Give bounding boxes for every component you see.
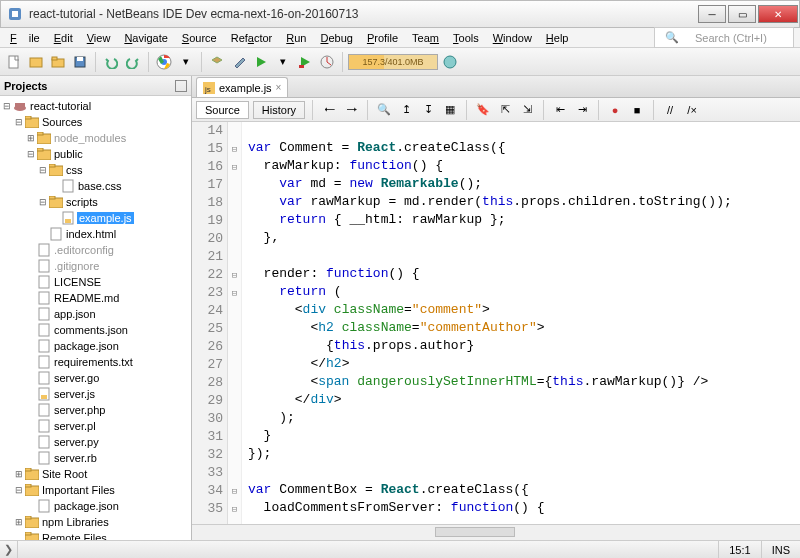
- build-icon[interactable]: [207, 52, 227, 72]
- file-tab-strip: js example.js ×: [192, 76, 800, 98]
- tree-item[interactable]: index.html: [2, 226, 189, 242]
- gc-icon[interactable]: [440, 52, 460, 72]
- tree-item[interactable]: ⊟Sources: [2, 114, 189, 130]
- tree-item[interactable]: Remote Files: [2, 530, 189, 540]
- tree-item[interactable]: ⊟scripts: [2, 194, 189, 210]
- macro-rec-icon[interactable]: ●: [606, 101, 624, 119]
- chevron-down-icon[interactable]: ▾: [273, 52, 293, 72]
- shift-right-icon[interactable]: ⇥: [573, 101, 591, 119]
- new-file-icon[interactable]: [4, 52, 24, 72]
- history-tab[interactable]: History: [253, 101, 305, 119]
- menu-source[interactable]: Source: [176, 30, 223, 46]
- tree-item[interactable]: ⊞Site Root: [2, 466, 189, 482]
- prev-bookmark-icon[interactable]: ⇱: [496, 101, 514, 119]
- menu-profile[interactable]: Profile: [361, 30, 404, 46]
- tree-item[interactable]: .editorconfig: [2, 242, 189, 258]
- tree-item[interactable]: base.css: [2, 178, 189, 194]
- browser-chrome-icon[interactable]: [154, 52, 174, 72]
- tree-label: app.json: [53, 308, 97, 320]
- shift-left-icon[interactable]: ⇤: [551, 101, 569, 119]
- run-icon[interactable]: [251, 52, 271, 72]
- tree-icon: [37, 131, 51, 145]
- menu-navigate[interactable]: Navigate: [118, 30, 173, 46]
- chevron-down-icon[interactable]: ▾: [176, 52, 196, 72]
- menu-debug[interactable]: Debug: [314, 30, 358, 46]
- redo-icon[interactable]: [123, 52, 143, 72]
- source-tab[interactable]: Source: [196, 101, 249, 119]
- tree-icon: [49, 195, 63, 209]
- tree-item[interactable]: server.rb: [2, 450, 189, 466]
- tree-label: server.go: [53, 372, 100, 384]
- menu-help[interactable]: Help: [540, 30, 575, 46]
- uncomment-icon[interactable]: /×: [683, 101, 701, 119]
- project-tree[interactable]: ⊟react-tutorial⊟Sources⊞node_modules⊟pub…: [0, 96, 191, 540]
- svg-rect-32: [39, 292, 49, 304]
- close-tab-icon[interactable]: ×: [276, 82, 282, 93]
- tree-item[interactable]: package.json: [2, 498, 189, 514]
- menu-view[interactable]: View: [81, 30, 117, 46]
- tree-item[interactable]: .gitignore: [2, 258, 189, 274]
- svg-rect-22: [49, 164, 55, 167]
- tree-item[interactable]: app.json: [2, 306, 189, 322]
- tree-item[interactable]: server.js: [2, 386, 189, 402]
- svg-rect-30: [39, 260, 49, 272]
- debug-icon[interactable]: [295, 52, 315, 72]
- tree-item[interactable]: ⊟Important Files: [2, 482, 189, 498]
- projects-panel-header[interactable]: Projects: [0, 76, 191, 96]
- status-expand-icon[interactable]: ❯: [0, 541, 18, 558]
- nav-back-icon[interactable]: ⭠: [320, 101, 338, 119]
- open-icon[interactable]: [48, 52, 68, 72]
- tree-item[interactable]: ⊞npm Libraries: [2, 514, 189, 530]
- code-editor[interactable]: 1415161718192021222324252627282930313233…: [192, 122, 800, 524]
- menu-refactor[interactable]: Refactor: [225, 30, 279, 46]
- tree-item[interactable]: README.md: [2, 290, 189, 306]
- tree-item[interactable]: package.json: [2, 338, 189, 354]
- tree-item[interactable]: requirements.txt: [2, 354, 189, 370]
- fold-column[interactable]: ⊟⊟⊟⊟⊟⊟: [228, 122, 242, 524]
- tree-label: .gitignore: [53, 260, 100, 272]
- tree-item[interactable]: server.pl: [2, 418, 189, 434]
- maximize-button[interactable]: ▭: [728, 5, 756, 23]
- tree-item[interactable]: LICENSE: [2, 274, 189, 290]
- minimize-button[interactable]: ─: [698, 5, 726, 23]
- menu-tools[interactable]: Tools: [447, 30, 485, 46]
- svg-rect-41: [39, 420, 49, 432]
- save-all-icon[interactable]: [70, 52, 90, 72]
- tree-icon: [13, 99, 27, 113]
- tree-item[interactable]: ⊟public: [2, 146, 189, 162]
- tree-item[interactable]: server.py: [2, 434, 189, 450]
- comment-icon[interactable]: //: [661, 101, 679, 119]
- menu-file[interactable]: File: [4, 30, 46, 46]
- panel-min-icon[interactable]: [175, 80, 187, 92]
- menu-team[interactable]: Team: [406, 30, 445, 46]
- highlight-icon[interactable]: ▦: [441, 101, 459, 119]
- global-search-input[interactable]: 🔍 Search (Ctrl+I): [654, 27, 794, 48]
- menu-edit[interactable]: Edit: [48, 30, 79, 46]
- memory-usage[interactable]: 157.3/401.0MB: [348, 54, 438, 70]
- nav-fwd-icon[interactable]: ⭢: [342, 101, 360, 119]
- find-prev-icon[interactable]: ↥: [397, 101, 415, 119]
- tree-item[interactable]: example.js: [2, 210, 189, 226]
- profile-icon[interactable]: [317, 52, 337, 72]
- new-project-icon[interactable]: [26, 52, 46, 72]
- clean-build-icon[interactable]: [229, 52, 249, 72]
- source-text[interactable]: var Comment = React.createClass({ rawMar…: [242, 122, 800, 524]
- tree-item[interactable]: server.go: [2, 370, 189, 386]
- editor-h-scrollbar[interactable]: [192, 524, 800, 540]
- find-sel-icon[interactable]: 🔍: [375, 101, 393, 119]
- macro-stop-icon[interactable]: ■: [628, 101, 646, 119]
- tree-label: css: [65, 164, 84, 176]
- tree-item[interactable]: ⊟css: [2, 162, 189, 178]
- tree-item[interactable]: ⊟react-tutorial: [2, 98, 189, 114]
- menu-window[interactable]: Window: [487, 30, 538, 46]
- find-next-icon[interactable]: ↧: [419, 101, 437, 119]
- file-tab-example[interactable]: js example.js ×: [196, 77, 288, 97]
- next-bookmark-icon[interactable]: ⇲: [518, 101, 536, 119]
- toggle-bookmark-icon[interactable]: 🔖: [474, 101, 492, 119]
- tree-item[interactable]: server.php: [2, 402, 189, 418]
- menu-run[interactable]: Run: [280, 30, 312, 46]
- tree-item[interactable]: comments.json: [2, 322, 189, 338]
- tree-item[interactable]: ⊞node_modules: [2, 130, 189, 146]
- undo-icon[interactable]: [101, 52, 121, 72]
- close-button[interactable]: ✕: [758, 5, 798, 23]
